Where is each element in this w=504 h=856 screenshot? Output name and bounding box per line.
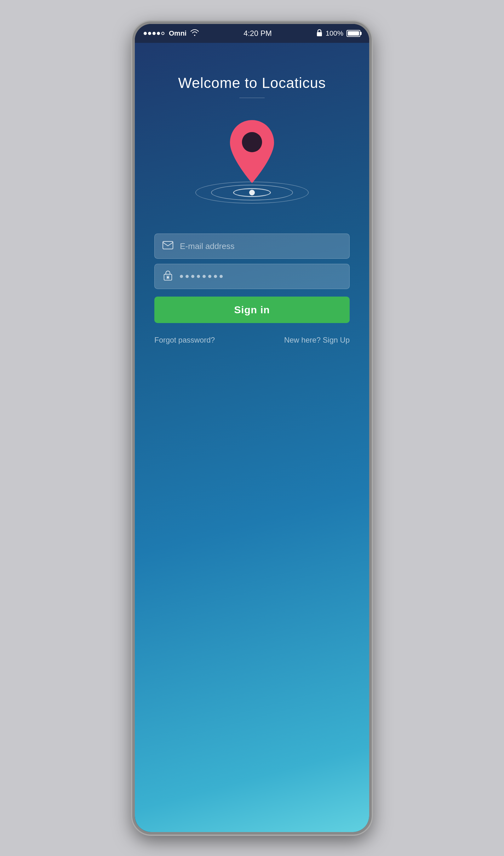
- pwd-dot-5: [202, 275, 206, 278]
- sign-up-link[interactable]: New here? Sign Up: [284, 336, 350, 345]
- welcome-title: Welcome to Locaticus: [178, 74, 326, 91]
- signal-dot-5: [161, 32, 164, 35]
- signal-dot-3: [152, 32, 156, 35]
- pwd-dot-3: [191, 275, 194, 278]
- email-icon: [162, 241, 174, 251]
- wifi-icon: [190, 29, 199, 38]
- pin-container: [150, 117, 354, 205]
- lock-icon: [316, 29, 323, 38]
- svg-rect-0: [317, 32, 322, 36]
- bottom-links: Forgot password? New here? Sign Up: [154, 336, 350, 345]
- battery-indicator: [346, 30, 360, 37]
- email-field-container[interactable]: [154, 233, 350, 259]
- svg-rect-2: [163, 241, 173, 249]
- carrier-name: Omni: [169, 29, 186, 37]
- status-bar: Omni 4:20 PM 100%: [135, 24, 369, 43]
- pwd-dot-4: [197, 275, 200, 278]
- forgot-password-link[interactable]: Forgot password?: [154, 336, 215, 345]
- pwd-dot-1: [180, 275, 183, 278]
- pwd-dot-8: [219, 275, 223, 278]
- pwd-dot-6: [208, 275, 211, 278]
- signal-dot-1: [144, 32, 147, 35]
- battery-bar: [346, 30, 360, 37]
- password-field-container[interactable]: [154, 264, 350, 289]
- svg-point-1: [242, 132, 262, 152]
- email-input[interactable]: [180, 241, 342, 251]
- pwd-dot-7: [214, 275, 217, 278]
- status-left: Omni: [144, 29, 199, 38]
- password-icon: [162, 270, 174, 283]
- signal-dots: [144, 32, 164, 35]
- form-container: Sign in: [154, 233, 350, 323]
- password-dots-display: [180, 275, 223, 278]
- location-pin-icon: [224, 117, 280, 186]
- ripple-dot: [249, 190, 255, 195]
- signal-dot-2: [148, 32, 151, 35]
- device-frame: Omni 4:20 PM 100%: [132, 21, 372, 835]
- app-content: Welcome to Locaticus: [135, 43, 369, 832]
- pwd-dot-2: [185, 275, 189, 278]
- battery-fill: [348, 31, 359, 36]
- status-time: 4:20 PM: [244, 29, 272, 38]
- battery-percent: 100%: [326, 29, 343, 37]
- signal-dot-4: [157, 32, 160, 35]
- svg-rect-5: [167, 276, 169, 278]
- sign-in-button[interactable]: Sign in: [154, 297, 350, 323]
- status-right: 100%: [316, 29, 360, 38]
